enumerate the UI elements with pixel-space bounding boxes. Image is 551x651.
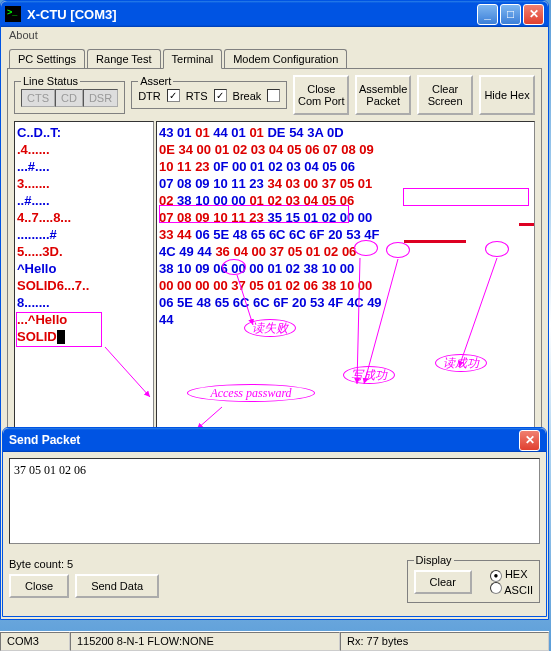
annotation-rect [159, 205, 349, 223]
close-window-button[interactable]: ✕ [523, 4, 544, 25]
minimize-button[interactable]: _ [477, 4, 498, 25]
annotation-oval [354, 240, 378, 256]
annotation-underline [404, 240, 466, 243]
annotation-read-ok: 读成功 [435, 354, 487, 372]
titlebar[interactable]: X-CTU [COM3] _ □ ✕ [1, 1, 548, 27]
line-status-group: Line Status CTS CD DSR [14, 75, 125, 114]
tabs-row: PC Settings Range Test Terminal Modem Co… [1, 47, 548, 68]
annotation-access-pwd: Access passward [187, 384, 315, 402]
terminal-hex-pane[interactable]: 43 01 01 44 01 01 DE 54 3A 0D0E 34 00 01… [156, 121, 535, 436]
display-group: Display Clear ● HEX ASCII [407, 554, 540, 603]
terminal-ascii-pane[interactable]: C..D..T:.4.........#....3.........#.....… [14, 121, 154, 436]
send-packet-close-button[interactable]: ✕ [519, 430, 540, 451]
send-packet-titlebar[interactable]: Send Packet ✕ [3, 428, 546, 452]
annotation-oval [386, 242, 410, 258]
maximize-button[interactable]: □ [500, 4, 521, 25]
send-packet-window[interactable]: Send Packet ✕ Byte count: 5 Close Send D… [2, 427, 547, 617]
svg-line-1 [197, 407, 222, 429]
annotation-oval [222, 259, 246, 275]
status-config: 115200 8-N-1 FLOW:NONE [70, 632, 340, 651]
status-rx: Rx: 77 bytes [340, 632, 549, 651]
app-icon [5, 6, 21, 22]
cts-indicator: CTS [21, 89, 55, 107]
menu-about[interactable]: About [9, 29, 38, 41]
break-checkbox[interactable] [267, 89, 280, 102]
hide-hex-button[interactable]: Hide Hex [479, 75, 535, 115]
byte-count-label: Byte count: 5 [9, 558, 153, 570]
window-title: X-CTU [COM3] [27, 7, 117, 22]
packet-text-input[interactable] [9, 458, 540, 544]
statusbar: COM3 115200 8-N-1 FLOW:NONE Rx: 77 bytes [0, 631, 549, 651]
hex-radio[interactable]: ● [490, 570, 502, 582]
send-data-button[interactable]: Send Data [75, 574, 159, 598]
clear-screen-button[interactable]: Clear Screen [417, 75, 473, 115]
annotation-read-fail: 读失败 [244, 319, 296, 337]
annotation-underline [519, 223, 535, 226]
assemble-packet-button[interactable]: Assemble Packet [355, 75, 411, 115]
tab-range-test[interactable]: Range Test [87, 49, 160, 68]
dtr-checkbox[interactable]: ✓ [167, 89, 180, 102]
menubar: About [1, 27, 548, 47]
rts-checkbox[interactable]: ✓ [214, 89, 227, 102]
cd-indicator: CD [55, 89, 83, 107]
annotation-oval [485, 241, 509, 257]
tab-modem-config[interactable]: Modem Configuration [224, 49, 347, 68]
tab-terminal[interactable]: Terminal [163, 49, 223, 69]
tab-pc-settings[interactable]: PC Settings [9, 49, 85, 68]
status-port: COM3 [0, 632, 70, 651]
annotation-rect [403, 188, 529, 206]
assert-group: Assert DTR ✓ RTS ✓ Break [131, 75, 287, 109]
dsr-indicator: DSR [83, 89, 118, 107]
sp-close-button[interactable]: Close [9, 574, 69, 598]
clear-packet-button[interactable]: Clear [414, 570, 472, 594]
ascii-radio[interactable] [490, 582, 502, 594]
close-comport-button[interactable]: Close Com Port [293, 75, 349, 115]
annotation-write-ok: 写成功 [343, 366, 395, 384]
